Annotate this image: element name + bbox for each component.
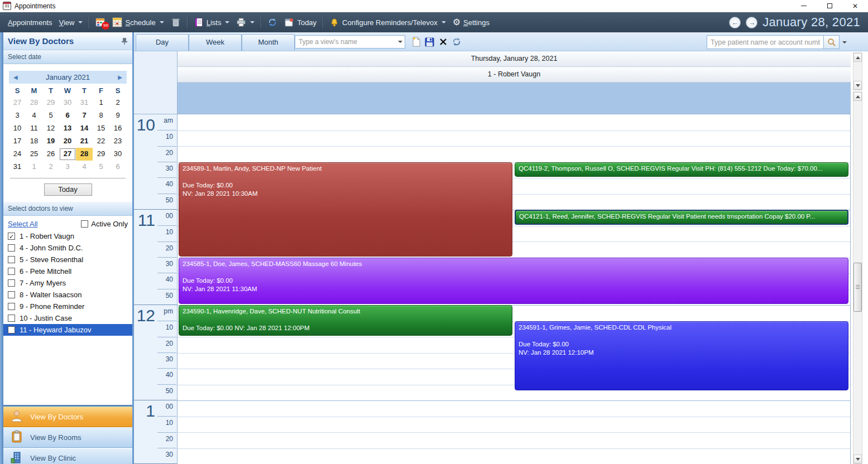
calendar-day[interactable]: 3 (59, 161, 76, 173)
calendar-day[interactable]: 4 (76, 161, 93, 173)
view-name-combo[interactable] (295, 35, 405, 49)
calendar-day[interactable]: 19 (42, 135, 59, 148)
tab-day[interactable]: Day (136, 34, 189, 51)
doctor-list-item[interactable]: 7 - Amy Myers (3, 277, 132, 289)
new-view-button[interactable] (410, 35, 423, 49)
chevron-down-icon[interactable] (396, 36, 405, 48)
scrollbar-thumb[interactable] (853, 263, 862, 312)
calendar-day[interactable]: 29 (93, 148, 109, 161)
calendar-day[interactable]: 6 (109, 161, 126, 173)
patient-search-input[interactable] (707, 35, 824, 49)
calendar-today-button[interactable]: Today (44, 183, 92, 196)
doctor-checkbox[interactable] (8, 326, 15, 334)
calendar-day[interactable]: 1 (93, 96, 109, 109)
view-button-view-by-doctors[interactable]: View By Doctors (3, 407, 132, 427)
calendar-day[interactable]: 2 (109, 96, 126, 109)
calendar-day[interactable]: 24 (9, 148, 26, 161)
doctor-checkbox[interactable] (8, 233, 15, 240)
doctor-column-header[interactable]: 1 - Robert Vaugn (178, 67, 851, 83)
menu-view[interactable]: View (56, 14, 87, 30)
refresh-view-button[interactable] (450, 35, 463, 49)
delete-appointment-button[interactable] (167, 14, 184, 30)
refresh-button[interactable] (264, 14, 281, 30)
calendar-day[interactable]: 25 (26, 148, 42, 161)
doctor-list-item[interactable]: 8 - Walter Isaacson (3, 289, 132, 301)
close-button[interactable]: ✕ (842, 0, 868, 12)
appointment-martin[interactable]: 234589-1, Martin, Andy, SCHED-NP New Pat… (179, 162, 512, 257)
calendar-day[interactable]: 31 (9, 161, 26, 173)
calendar-day[interactable]: 9 (109, 109, 126, 122)
doctor-checkbox[interactable] (8, 303, 15, 310)
calendar-day[interactable]: 22 (93, 135, 109, 148)
doctor-list-item[interactable]: 5 - Steve Rosenthal (3, 254, 132, 265)
doctor-checkbox[interactable] (8, 268, 15, 275)
calendar-day[interactable]: 27 (9, 96, 26, 109)
calendar-day[interactable]: 11 (26, 122, 42, 135)
settings-button[interactable]: ⚙ Settings (449, 14, 493, 30)
tab-month[interactable]: Month (242, 34, 295, 51)
calendar-day[interactable]: 17 (9, 135, 26, 148)
calendar-next-month-button[interactable]: ▶ (118, 74, 122, 80)
scroll-up-button[interactable] (853, 92, 862, 101)
appointment-reed[interactable]: QC4121-1, Reed, Jennifer, SCHED-REGVIS R… (515, 210, 848, 225)
calendar-day[interactable]: 3 (9, 109, 26, 122)
next-day-button[interactable]: → (746, 17, 757, 28)
calendar-day[interactable]: 5 (93, 161, 109, 173)
calendar-day[interactable]: 30 (109, 148, 126, 161)
tab-week[interactable]: Week (189, 34, 242, 51)
view-button-view-by-clinic[interactable]: View By Clinic (3, 448, 132, 464)
calendar-day[interactable]: 7 (76, 109, 93, 122)
active-only-checkbox-row[interactable]: Active Only (81, 220, 128, 228)
calendar-day[interactable]: 5 (42, 109, 59, 122)
grid-scrollbar[interactable] (853, 91, 862, 464)
calendar-day[interactable]: 4 (26, 109, 42, 122)
previous-day-button[interactable]: ← (729, 17, 741, 28)
print-button[interactable] (233, 14, 258, 30)
view-button-view-by-rooms[interactable]: View By Rooms (3, 427, 132, 448)
calendar-day[interactable]: 31 (76, 96, 93, 109)
calendar-day[interactable]: 26 (42, 148, 59, 161)
save-view-button[interactable] (423, 35, 436, 49)
appointment-havenridge[interactable]: 234590-1, Havenridge, Dave, SCHED-NUT Nu… (179, 305, 512, 336)
calendar-day[interactable]: 28 (26, 96, 42, 109)
scroll-up-button[interactable] (853, 53, 862, 62)
calendar-prev-month-button[interactable]: ◀ (13, 74, 18, 80)
appointments-calendar-button[interactable]: 99 (92, 14, 109, 30)
scroll-down-button[interactable] (853, 455, 862, 463)
calendar-day[interactable]: 14 (76, 122, 93, 135)
calendar-day[interactable]: 21 (76, 135, 93, 148)
calendar-day[interactable]: 10 (9, 122, 26, 135)
calendar-day[interactable]: 6 (59, 109, 76, 122)
search-button[interactable] (824, 35, 840, 49)
active-only-checkbox[interactable] (81, 220, 88, 228)
calendar-day[interactable]: 18 (26, 135, 42, 148)
doctor-checkbox[interactable] (8, 279, 15, 287)
appointment-grimes[interactable]: 234591-1, Grimes, Jamie, SCHED-CDL CDL P… (515, 321, 848, 391)
header-scrollbar[interactable] (853, 52, 862, 90)
maximize-button[interactable] (817, 0, 842, 12)
calendar-day[interactable]: 20 (59, 135, 76, 148)
search-options-button[interactable] (840, 35, 850, 49)
calendar-day[interactable]: 29 (42, 96, 59, 109)
schedule-button[interactable]: Schedule (109, 14, 167, 30)
calendar-day[interactable]: 8 (93, 109, 109, 122)
select-all-link[interactable]: Select All (8, 220, 37, 228)
pin-icon[interactable] (121, 37, 128, 45)
calendar-day[interactable]: 1 (26, 161, 42, 173)
calendar-day[interactable]: 23 (109, 135, 126, 148)
doctor-checkbox[interactable] (8, 256, 15, 263)
today-button[interactable]: Today (281, 14, 320, 30)
doctor-checkbox[interactable] (8, 291, 15, 298)
doctor-list-item[interactable]: 10 - Justin Case (3, 312, 132, 324)
calendar-day[interactable]: 16 (109, 122, 126, 135)
calendar-day[interactable]: 15 (93, 122, 109, 135)
lists-button[interactable]: Lists (190, 14, 233, 30)
doctor-list-item[interactable]: 4 - John Smith D.C. (3, 242, 132, 254)
doctor-list-item[interactable]: 9 - Phone Reminder (3, 301, 132, 312)
view-name-input[interactable] (295, 38, 396, 46)
appointment-doe[interactable]: 234585-1, Doe, James, SCHED-MASS60 Massa… (179, 258, 848, 304)
appointment-thompson[interactable]: QC4119-2, Thompson, Russell O, SCHED-REG… (515, 162, 848, 177)
minimize-button[interactable] (791, 0, 817, 12)
all-day-band[interactable] (178, 83, 851, 114)
calendar-day[interactable]: 12 (42, 122, 59, 135)
